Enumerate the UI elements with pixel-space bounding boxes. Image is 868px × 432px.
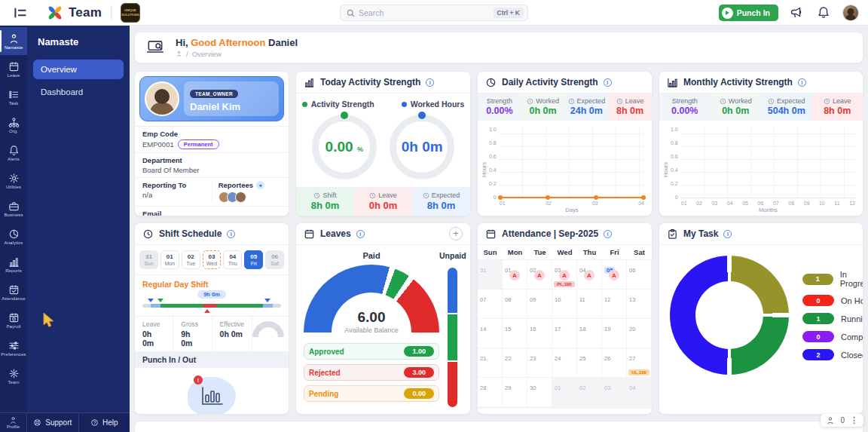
user-avatar[interactable] — [842, 5, 859, 21]
sidebar-item-namaste[interactable]: Namaste — [0, 27, 27, 55]
org-icon — [8, 117, 20, 128]
search-input[interactable] — [359, 8, 494, 17]
utilities-icon — [8, 173, 20, 184]
online-count: 0 — [840, 416, 845, 424]
calendar-day-cell: 06 — [627, 260, 652, 290]
reporting-to-value: n/a — [142, 191, 212, 199]
today-stat-shift: Shift8h 0m — [296, 188, 354, 216]
today-stat-expected: Expected8h 0m — [412, 188, 470, 216]
monthly-activity-card: Monthly Activity Strength i Strength0.00… — [659, 71, 863, 216]
calendar-day-cell: 20 — [627, 319, 652, 348]
next-row-partial-card — [134, 421, 863, 432]
punch-in-button[interactable]: Punch In — [719, 5, 778, 21]
shift-day-sun[interactable]: 31Sun — [139, 250, 158, 269]
info-icon[interactable]: i — [356, 230, 365, 238]
email-row: Email uniquesolutions401@gmail.com — [135, 206, 289, 216]
shift-day-tue[interactable]: 02Tue — [182, 250, 200, 269]
calendar-day-cell: 10 — [602, 407, 627, 409]
shift-stat-leave: Leave0h 0m — [135, 317, 173, 351]
department-value: Board Of Member — [142, 166, 281, 174]
mouse-cursor — [42, 312, 55, 332]
help-link[interactable]: Help — [78, 413, 130, 432]
punch-in-out-header: Punch In / Out — [135, 351, 289, 368]
info-icon[interactable]: i — [604, 78, 612, 87]
calendar-day-cell: 16 — [527, 319, 552, 348]
my-task-card: My Task i 1In Progress0On Hold1Running0C… — [659, 222, 863, 415]
leave-row-rejected: Rejected3.00 — [304, 364, 439, 381]
shift-day-wed[interactable]: 03Wed — [203, 250, 222, 269]
weekday-header: Wed — [552, 245, 577, 259]
stat-leave: Leave8h 0m — [608, 93, 652, 121]
task-legend-in-progress: 1In Progress — [802, 270, 863, 288]
weekday-header: Sat — [627, 245, 652, 259]
info-icon[interactable]: i — [604, 230, 612, 238]
support-link[interactable]: Support — [27, 413, 78, 432]
leaves-card: Leaves i + Paid 6.00 Available Balance — [295, 222, 471, 415]
leave-tag: UL,100 — [628, 369, 649, 375]
shift-day-sat[interactable]: 06Sat — [265, 250, 284, 269]
monthly-activity-icon — [667, 77, 678, 88]
menu-toggle-icon[interactable] — [12, 5, 29, 21]
sidebar-item-org[interactable]: Org. — [0, 111, 27, 139]
calendar-day-cell: 04A — [577, 260, 602, 290]
paid-leaves-gauge: 6.00 Available Balance — [304, 265, 439, 334]
sidebar-item-payroll[interactable]: Payroll — [0, 306, 27, 334]
leave-row-pending: Pending0.00 — [304, 385, 439, 402]
add-leave-button[interactable]: + — [449, 227, 463, 241]
shift-day-fri[interactable]: 05Fri — [244, 250, 263, 269]
task-legend-completed: 0Completed — [802, 331, 863, 342]
online-users-widget[interactable]: 0 ⋮ — [821, 414, 863, 427]
sidebar-item-business[interactable]: Business — [0, 195, 27, 222]
stat-strength: Strength0.00% — [478, 93, 521, 121]
leave-icon — [8, 61, 20, 72]
search-box[interactable]: Ctrl + K — [340, 5, 528, 21]
kebab-menu-icon[interactable]: ⋮ — [850, 415, 858, 425]
shift-name: Regular Day Shift — [135, 275, 289, 289]
unpaid-leaves-bar — [448, 268, 457, 407]
sidebar-item-alerts[interactable]: Alerts — [0, 139, 27, 167]
topbar-actions: Punch In — [719, 0, 859, 26]
notifications-bell-icon[interactable] — [816, 5, 831, 20]
info-icon[interactable]: i — [798, 78, 806, 87]
profile-icon — [9, 416, 17, 424]
calendar-day-cell: 07 — [478, 290, 503, 319]
sidebar-item-analytics[interactable]: Analytics — [0, 222, 27, 250]
calendar-day-cell: 11 — [577, 290, 602, 319]
sidebar-item-attendance[interactable]: Attendance — [0, 278, 27, 306]
stat-worked: Worked0h 0m — [711, 93, 762, 121]
sidebar-item-task[interactable]: Task — [0, 83, 27, 111]
legend-item: Activity Strength — [302, 100, 374, 109]
task-icon — [8, 89, 20, 100]
shift-stat-gross: Gross9h 0m — [173, 317, 212, 351]
sidebar-item-team[interactable]: Team — [0, 362, 27, 390]
sidebar-item-profile[interactable]: Profile — [0, 413, 27, 432]
calendar-day-cell: 24 — [552, 348, 577, 378]
calendar-day-cell: 08 — [503, 290, 527, 319]
profile-hero[interactable]: TEAM_OWNER Daniel Kim — [139, 76, 284, 121]
daily-line-chart: Hours1.00.80.60.40.2001020304Days — [478, 121, 652, 215]
shift-day-mon[interactable]: 01Mon — [160, 250, 179, 269]
info-icon[interactable]: i — [426, 78, 434, 87]
reportee-avatars[interactable] — [219, 191, 281, 203]
team-icon — [8, 368, 20, 379]
breadcrumb-current[interactable]: Overview — [192, 50, 222, 58]
sidebar-item-reports[interactable]: Reports — [0, 250, 27, 278]
clipboard-icon — [667, 228, 678, 240]
sidebar-item-leave[interactable]: Leave — [0, 55, 27, 83]
calendar-day-cell: 01A — [503, 260, 527, 290]
sidebar-item-preferences[interactable]: Preferences — [0, 334, 27, 362]
greeting-text: Hi, Good Afternoon Daniel — [176, 37, 298, 48]
info-icon[interactable]: i — [227, 230, 235, 238]
calendar-day-cell: 18 — [577, 319, 602, 348]
info-icon[interactable]: i — [723, 230, 732, 238]
sidebar-item-utilities[interactable]: Utilities — [0, 167, 27, 195]
subnav-item-dashboard[interactable]: Dashboard — [33, 82, 124, 102]
shift-day-thu[interactable]: 04Thu — [223, 250, 242, 269]
announcements-icon[interactable] — [790, 5, 805, 20]
worked-hours-gauge: 0h 0m — [390, 115, 454, 179]
subnav-item-overview[interactable]: Overview — [33, 60, 124, 79]
main-content: Hi, Good Afternoon Daniel / Overview — [130, 26, 868, 432]
task-legend-on-hold: 0On Hold — [802, 295, 863, 306]
greeting-highlight: Good Afternoon — [191, 37, 265, 48]
company-logo[interactable]: UNIQUE SOLUTIONS — [121, 3, 140, 23]
